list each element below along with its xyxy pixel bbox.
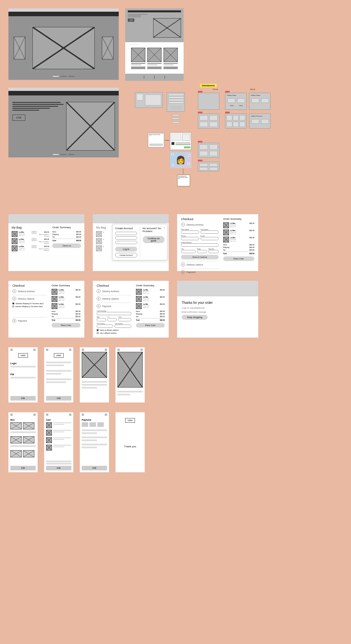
carousel-main-image <box>32 27 95 69</box>
carousel-next-thumb[interactable] <box>102 37 114 59</box>
mobile-thankyou: LOGO Thank you <box>115 412 145 472</box>
carousel-dots[interactable] <box>53 76 74 77</box>
email-field[interactable] <box>115 232 137 235</box>
sitemap-flowchart: Omnisverse Home About <box>135 88 336 204</box>
mobile-cart: Cart CTA <box>44 412 73 472</box>
wireframe-checkout-address: Checkout 1Delivery Address First NameLas… <box>177 214 258 271</box>
wireframe-cta-hero: CTA <box>8 88 119 157</box>
login-button[interactable]: Log In <box>115 247 137 252</box>
hero-image <box>66 102 115 151</box>
product-card[interactable] <box>147 48 162 69</box>
shipping-express-radio[interactable]: Express Shipping (1-3 business days) <box>12 305 47 307</box>
carousel-prev-thumb[interactable] <box>14 37 25 59</box>
wireframe-thanks: Thanks for your order Order ID: 432-8049… <box>177 281 258 338</box>
account-modal: × Create Account Log In Create Account N… <box>112 224 167 260</box>
qty-selector[interactable]: 1 <box>32 231 36 234</box>
wireframe-my-bag: My Bag La MerPrimer OilSize: 1 oz1$99.99… <box>8 214 84 271</box>
face-scan-image: 👩 label tag tag tag <box>170 152 191 168</box>
first-name-field[interactable] <box>181 230 199 234</box>
bag-title: My Bag <box>12 226 49 229</box>
hero-cta-button[interactable]: CTA <box>128 19 134 22</box>
cta-button[interactable]: CTA <box>10 396 36 401</box>
same-address-radio[interactable]: Same as delivery address <box>97 329 131 331</box>
hero-image <box>153 18 181 38</box>
product-card[interactable] <box>163 48 178 69</box>
close-icon[interactable]: × <box>163 226 165 229</box>
wishlist-remove-links[interactable]: Move to wishlist | Remove <box>38 234 49 237</box>
thanks-title: Thanks for your order <box>182 301 254 304</box>
mobile-recommendations: Rec. CTA <box>8 412 38 472</box>
create-account-button[interactable]: Create Account <box>115 253 137 257</box>
save-continue-button[interactable]: Save & Continue <box>181 255 219 259</box>
diff-address-radio[interactable]: Use a different address <box>97 332 131 334</box>
address-field[interactable] <box>181 243 219 247</box>
wireframe-carousel-hero <box>8 8 119 80</box>
thankyou-message: Thank you <box>117 423 143 470</box>
wireframe-checkout-shipping: Checkout 1Delivery Address 2Delivery Opt… <box>8 281 84 338</box>
password-field[interactable] <box>115 236 137 240</box>
guest-button[interactable]: Continue as guest <box>143 236 165 243</box>
mobile-content-a <box>80 347 109 402</box>
wireframe-checkout-payment: Checkout 1Delivery Address 2Delivery Opt… <box>93 281 169 338</box>
password-field[interactable] <box>10 377 36 378</box>
order-id: Order ID: 432-804932-049 <box>182 307 254 309</box>
keep-shopping-button[interactable]: Keep shopping <box>182 315 208 320</box>
card-number-field[interactable] <box>97 312 131 315</box>
annotation-note: Note text goes here about the skin check… <box>177 175 190 186</box>
wireframe-my-bag-modal: My Bag L L L $99.99 $99.99 $99.99 × Crea… <box>93 214 169 271</box>
last-name-field[interactable] <box>200 230 219 234</box>
mobile-content-b <box>115 347 145 402</box>
canvas-label: Omnisverse <box>200 84 217 87</box>
login-field[interactable] <box>10 366 36 367</box>
wireframe-landing-cards: CTA ———————— <box>125 8 184 80</box>
mobile-onboard: LOGO CTA <box>44 347 73 402</box>
shipping-standard-radio[interactable]: Standard Shipping (5-7 business days) <box>12 303 47 304</box>
mobile-payment: Payment CTA <box>80 412 109 472</box>
mobile-login: LOGO Login PW CTA <box>8 347 38 402</box>
product-card[interactable] <box>131 48 145 69</box>
place-order-button[interactable]: Place Order <box>223 256 254 261</box>
checkout-button[interactable]: Check out <box>52 243 81 248</box>
cta-button[interactable]: CTA <box>12 115 25 121</box>
